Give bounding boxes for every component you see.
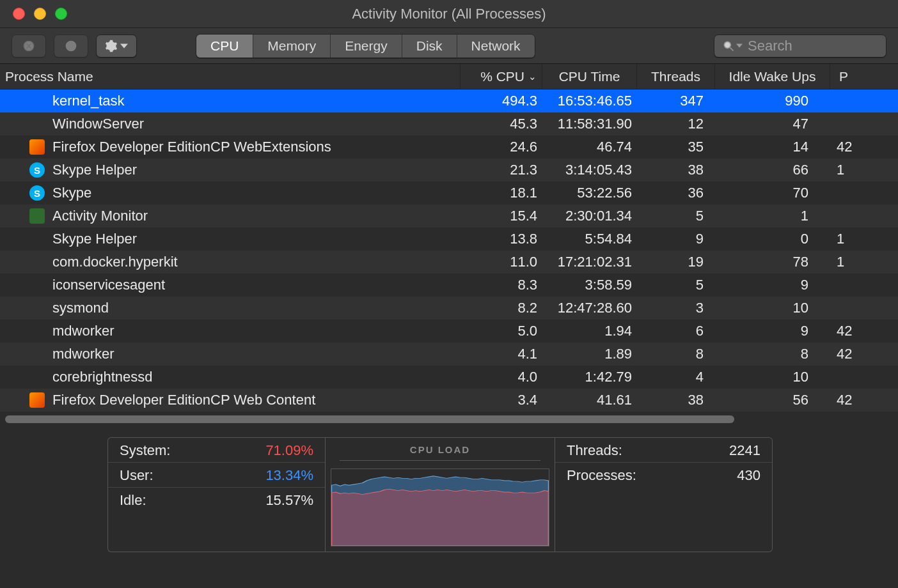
cell-time: 1:42.79	[542, 366, 637, 389]
cell-extra	[830, 274, 872, 297]
cell-time: 41.61	[542, 389, 637, 412]
cell-time: 11:58:31.90	[542, 112, 637, 135]
table-row[interactable]: corebrightnessd4.01:42.79410	[0, 366, 898, 389]
col-cpu-time[interactable]: CPU Time	[542, 64, 637, 89]
scrollbar-thumb[interactable]	[5, 415, 734, 423]
cell-cpu: 4.1	[461, 343, 542, 366]
cpu-load-chart	[331, 468, 549, 546]
table-row[interactable]: iconservicesagent8.33:58.5959	[0, 274, 898, 297]
cell-threads: 347	[637, 89, 715, 112]
cell-threads: 38	[637, 159, 715, 182]
tab-disk[interactable]: Disk	[402, 35, 457, 58]
col-cpu-percent[interactable]: % CPU ⌄	[461, 64, 542, 89]
table-row[interactable]: Firefox Developer EditionCP WebExtension…	[0, 135, 898, 159]
tab-cpu[interactable]: CPU	[196, 35, 253, 58]
cell-extra	[830, 89, 872, 112]
table-row[interactable]: mdworker5.01.946942	[0, 320, 898, 343]
cell-cpu: 18.1	[461, 182, 542, 205]
col-cpu-percent-label: % CPU	[480, 69, 524, 84]
cell-threads: 8	[637, 343, 715, 366]
col-extra[interactable]: P	[830, 64, 872, 89]
cell-cpu: 4.0	[461, 366, 542, 389]
chart-title: CPU LOAD	[326, 438, 555, 455]
process-name: Activity Monitor	[52, 208, 148, 224]
cell-time: 12:47:28.60	[542, 297, 637, 320]
col-idle-wake-ups[interactable]: Idle Wake Ups	[715, 64, 830, 89]
process-name: com.docker.hyperkit	[52, 254, 178, 270]
cpu-usage-panel: System: 71.09% User: 13.34% Idle: 15.57%	[107, 437, 325, 552]
table-row[interactable]: Activity Monitor15.42:30:01.3451	[0, 205, 898, 228]
cell-cpu: 45.3	[461, 112, 542, 135]
stat-idle-value: 15.57%	[265, 492, 313, 509]
stat-processes: Processes: 430	[555, 463, 772, 487]
tab-energy[interactable]: Energy	[331, 35, 402, 58]
stat-user-value: 13.34%	[265, 467, 313, 484]
stat-threads-value: 2241	[729, 442, 760, 459]
cell-time: 17:21:02.31	[542, 251, 637, 274]
cell-threads: 5	[637, 274, 715, 297]
chevron-down-icon	[736, 43, 743, 48]
stat-processes-value: 430	[737, 467, 760, 484]
table-row[interactable]: SSkype Helper21.33:14:05.4338661	[0, 159, 898, 182]
cell-extra: 42	[830, 389, 872, 412]
cell-cpu: 11.0	[461, 251, 542, 274]
footer-panels: System: 71.09% User: 13.34% Idle: 15.57%…	[0, 437, 898, 552]
svg-point-5	[724, 42, 730, 48]
tab-network[interactable]: Network	[457, 35, 535, 58]
cell-time: 3:58.59	[542, 274, 637, 297]
app-icon	[29, 208, 45, 224]
cell-time: 1.94	[542, 320, 637, 343]
cell-extra	[830, 366, 872, 389]
table-row[interactable]: mdworker4.11.898842	[0, 343, 898, 366]
stat-user-label: User:	[120, 467, 154, 484]
stat-system: System: 71.09%	[108, 438, 325, 463]
minimize-window-button[interactable]	[34, 8, 46, 20]
cell-cpu: 3.4	[461, 389, 542, 412]
svg-line-6	[730, 47, 734, 50]
horizontal-scrollbar[interactable]	[0, 413, 898, 426]
cell-wake: 990	[715, 89, 830, 112]
col-process-name[interactable]: Process Name	[0, 64, 461, 89]
search-field[interactable]: Search	[714, 35, 886, 58]
cell-wake: 10	[715, 366, 830, 389]
zoom-window-button[interactable]	[55, 8, 67, 20]
cell-extra: 42	[830, 135, 872, 159]
stat-idle: Idle: 15.57%	[108, 488, 325, 512]
table-row[interactable]: sysmond8.212:47:28.60310	[0, 297, 898, 320]
cell-extra	[830, 205, 872, 228]
table-row[interactable]: SSkype18.153:22.563670	[0, 182, 898, 205]
table-row[interactable]: Skype Helper13.85:54.84901	[0, 228, 898, 251]
cell-wake: 70	[715, 182, 830, 205]
stat-system-label: System:	[120, 442, 170, 459]
gear-icon	[105, 40, 118, 52]
cell-time: 2:30:01.34	[542, 205, 637, 228]
col-threads[interactable]: Threads	[637, 64, 715, 89]
cell-threads: 3	[637, 297, 715, 320]
process-table-body: kernel_task494.316:53:46.65347990WindowS…	[0, 89, 898, 412]
table-row[interactable]: com.docker.hyperkit11.017:21:02.3119781	[0, 251, 898, 274]
inspect-process-button[interactable]: i	[54, 35, 88, 58]
sort-descending-icon: ⌄	[528, 71, 537, 82]
cell-cpu: 494.3	[461, 89, 542, 112]
options-menu-button[interactable]	[96, 35, 137, 58]
cell-time: 3:14:05.43	[542, 159, 637, 182]
cell-extra	[830, 182, 872, 205]
close-window-button[interactable]	[13, 8, 25, 20]
search-placeholder: Search	[748, 38, 792, 54]
cell-wake: 14	[715, 135, 830, 159]
stat-threads: Threads: 2241	[555, 438, 772, 463]
table-row[interactable]: Firefox Developer EditionCP Web Content3…	[0, 389, 898, 412]
chevron-down-icon	[120, 43, 128, 49]
process-name: kernel_task	[52, 93, 125, 109]
quit-process-button[interactable]	[12, 35, 46, 58]
window-title: Activity Monitor (All Processes)	[0, 6, 898, 22]
cell-cpu: 5.0	[461, 320, 542, 343]
process-name: iconservicesagent	[52, 277, 165, 293]
table-row[interactable]: kernel_task494.316:53:46.65347990	[0, 89, 898, 112]
table-row[interactable]: WindowServer45.311:58:31.901247	[0, 112, 898, 135]
cell-cpu: 8.2	[461, 297, 542, 320]
app-icon	[29, 392, 45, 408]
tab-memory[interactable]: Memory	[253, 35, 331, 58]
process-name: WindowServer	[52, 116, 144, 132]
process-name: sysmond	[52, 300, 109, 316]
